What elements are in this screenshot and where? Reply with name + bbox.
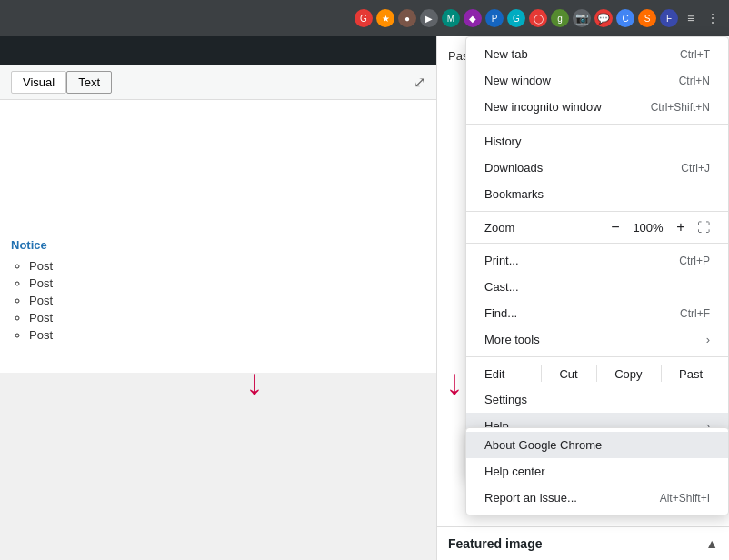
ext-icon-3[interactable]: ●: [398, 9, 416, 27]
featured-image-label: Featured image: [448, 536, 542, 551]
zoom-value: 100%: [632, 221, 664, 235]
ext-icon-1[interactable]: G: [355, 9, 373, 27]
separator-2: [466, 211, 728, 212]
ext-icon-13[interactable]: C: [616, 9, 634, 27]
ext-icon-8[interactable]: G: [507, 9, 525, 27]
submenu-item-report[interactable]: Report an issue... Alt+Shift+I: [466, 485, 728, 511]
ext-icon-5[interactable]: M: [442, 9, 460, 27]
editor-top-bar: [0, 36, 436, 65]
extension-icons-bar: G ★ ● ▶ M ◆ P G ◯ g 📷 💬 C S F ≡ ⋮: [355, 9, 722, 27]
menu-item-bookmarks[interactable]: Bookmarks: [466, 181, 728, 207]
browser-toolbar: G ★ ● ▶ M ◆ P G ◯ g 📷 💬 C S F ≡ ⋮: [0, 0, 729, 36]
edit-label: Edit: [484, 367, 530, 381]
help-submenu: About Google Chrome Help center Report a…: [465, 427, 729, 515]
ext-icon-7[interactable]: P: [485, 9, 504, 27]
menu-item-cast[interactable]: Cast...: [466, 274, 728, 300]
zoom-label: Zoom: [484, 221, 514, 235]
chrome-menu: New tab Ctrl+T New window Ctrl+N New inc…: [465, 36, 729, 478]
ext-icon-14[interactable]: S: [638, 9, 656, 27]
editor-notice: Notice: [11, 238, 425, 252]
menu-item-settings[interactable]: Settings: [466, 386, 728, 413]
list-item: Post: [29, 276, 425, 290]
expand-icon[interactable]: ⤢: [414, 74, 425, 91]
ext-icon-12[interactable]: 💬: [594, 9, 613, 27]
arrow-indicator-2: ↓: [445, 364, 464, 400]
menu-item-new-window[interactable]: New window Ctrl+N: [466, 67, 728, 94]
menu-item-new-tab[interactable]: New tab Ctrl+T: [466, 41, 728, 67]
zoom-controls: − 100% + ⛶: [606, 219, 710, 235]
ext-icon-2[interactable]: ★: [376, 9, 394, 27]
featured-image-section[interactable]: Featured image ▲: [437, 526, 729, 560]
list-item: Post: [29, 311, 425, 325]
edit-row: Edit Cut Copy Past: [466, 361, 728, 386]
zoom-row: Zoom − 100% + ⛶: [466, 215, 728, 239]
tab-visual[interactable]: Visual: [11, 71, 66, 94]
featured-image-arrow: ▲: [705, 536, 718, 551]
menu-item-print[interactable]: Print... Ctrl+P: [466, 247, 728, 274]
ext-icon-10[interactable]: g: [551, 9, 569, 27]
submenu-item-about[interactable]: About Google Chrome: [466, 432, 728, 458]
edit-paste-button[interactable]: Past: [672, 367, 710, 381]
menu-item-downloads[interactable]: Downloads Ctrl+J: [466, 155, 728, 181]
zoom-minus-button[interactable]: −: [606, 219, 624, 235]
edit-cut-button[interactable]: Cut: [552, 367, 584, 381]
menu-item-more-tools[interactable]: More tools ›: [466, 326, 728, 353]
list-item: Post: [29, 259, 425, 273]
menu-item-find[interactable]: Find... Ctrl+F: [466, 300, 728, 326]
edit-copy-button[interactable]: Copy: [607, 367, 649, 381]
menu-item-history[interactable]: History: [466, 128, 728, 155]
editor-notice-list: Post Post Post Post Post: [11, 259, 425, 342]
separator-4: [466, 356, 728, 357]
arrow-indicator-1: ↓: [245, 364, 264, 400]
list-item: Post: [29, 294, 425, 307]
ext-icon-4[interactable]: ▶: [420, 9, 438, 27]
ext-icon-11[interactable]: 📷: [573, 9, 591, 27]
ext-icon-more[interactable]: ⋮: [704, 9, 722, 27]
zoom-fullscreen-icon[interactable]: ⛶: [697, 220, 710, 235]
ext-icon-6[interactable]: ◆: [464, 9, 482, 27]
ext-icon-9[interactable]: ◯: [529, 9, 547, 27]
main-content: Visual Text ⤢ Notice Post Post Post Post…: [0, 36, 729, 560]
ext-icon-menu[interactable]: ≡: [682, 9, 700, 27]
separator-3: [466, 243, 728, 244]
list-item: Post: [29, 328, 425, 342]
separator-1: [466, 124, 728, 125]
menu-item-new-incognito[interactable]: New incognito window Ctrl+Shift+N: [466, 94, 728, 120]
submenu-item-help-center[interactable]: Help center: [466, 458, 728, 485]
zoom-plus-button[interactable]: +: [672, 219, 690, 235]
editor-panel: Visual Text ⤢ Notice Post Post Post Post…: [0, 36, 436, 560]
ext-icon-15[interactable]: F: [660, 9, 678, 27]
tab-text[interactable]: Text: [66, 71, 112, 94]
editor-body: Notice Post Post Post Post Post: [0, 100, 436, 373]
